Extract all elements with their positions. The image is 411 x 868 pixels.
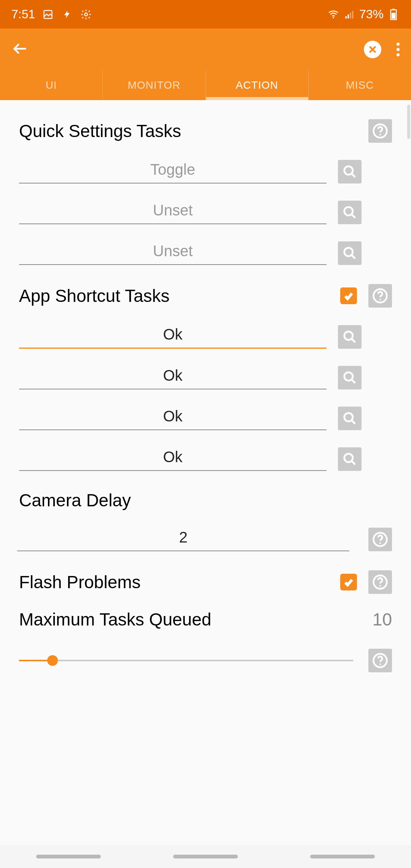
tab-monitor[interactable]: MONITOR <box>103 70 206 100</box>
status-bar: 7:51 73% <box>0 0 411 29</box>
status-battery-text: 73% <box>359 7 384 21</box>
search-button[interactable] <box>338 201 362 224</box>
svg-point-12 <box>344 166 353 175</box>
svg-point-22 <box>379 542 381 544</box>
svg-point-16 <box>379 299 381 300</box>
close-button[interactable] <box>364 41 381 58</box>
svg-point-1 <box>85 13 88 16</box>
flash-problems-checkbox[interactable] <box>340 574 357 590</box>
help-button[interactable] <box>368 570 392 594</box>
app-bar <box>0 29 411 70</box>
search-button[interactable] <box>338 160 362 183</box>
camera-delay-title: Camera Delay <box>19 490 392 511</box>
shortcut-field-2[interactable]: Ok <box>19 362 327 389</box>
bolt-icon <box>61 8 73 21</box>
max-tasks-value: 10 <box>373 609 392 630</box>
help-button[interactable] <box>368 528 392 551</box>
svg-rect-6 <box>352 11 354 18</box>
search-button[interactable] <box>338 447 362 471</box>
quick-unset-field-1[interactable]: Unset <box>19 197 327 224</box>
svg-rect-5 <box>350 13 351 18</box>
search-button[interactable] <box>338 325 362 349</box>
back-button[interactable] <box>11 40 28 59</box>
wifi-icon <box>327 8 339 21</box>
signal-icon <box>343 8 355 21</box>
search-button[interactable] <box>338 241 362 265</box>
app-shortcut-checkbox[interactable] <box>340 287 357 304</box>
nav-back[interactable] <box>310 855 375 858</box>
svg-point-19 <box>344 413 353 421</box>
quick-toggle-field[interactable]: Toggle <box>19 156 327 183</box>
svg-point-14 <box>344 248 353 256</box>
svg-point-20 <box>344 454 353 462</box>
nav-home[interactable] <box>173 855 238 858</box>
quick-settings-title: Quick Settings Tasks <box>19 121 361 141</box>
svg-rect-4 <box>347 14 349 19</box>
image-icon <box>42 8 54 21</box>
search-button[interactable] <box>338 407 362 430</box>
svg-point-11 <box>379 134 381 136</box>
shortcut-field-4[interactable]: Ok <box>19 444 327 471</box>
svg-point-18 <box>344 372 353 381</box>
content: Quick Settings Tasks Toggle Unset Unset … <box>0 100 411 672</box>
svg-rect-9 <box>392 13 396 19</box>
tab-label: UI <box>46 79 57 91</box>
quick-unset-field-2[interactable]: Unset <box>19 238 327 265</box>
help-button[interactable] <box>368 284 392 308</box>
tab-bar: UI MONITOR ACTION MISC <box>0 70 411 100</box>
svg-point-2 <box>333 17 334 18</box>
max-tasks-title: Maximum Tasks Queued <box>19 609 373 630</box>
search-button[interactable] <box>338 366 362 389</box>
help-button[interactable] <box>368 119 392 143</box>
svg-point-24 <box>379 585 381 587</box>
gear-icon <box>80 8 92 21</box>
status-time: 7:51 <box>11 7 35 21</box>
svg-point-17 <box>344 332 353 340</box>
svg-rect-3 <box>345 16 347 18</box>
tab-misc[interactable]: MISC <box>309 70 411 100</box>
help-button[interactable] <box>368 649 392 672</box>
tab-action[interactable]: ACTION <box>206 70 309 100</box>
tab-label: ACTION <box>236 79 278 91</box>
app-shortcut-title: App Shortcut Tasks <box>19 286 340 306</box>
shortcut-field-1[interactable]: Ok <box>19 321 327 349</box>
svg-point-13 <box>344 207 353 215</box>
tab-label: MISC <box>346 79 374 91</box>
shortcut-field-3[interactable]: Ok <box>19 403 327 430</box>
overflow-menu-button[interactable] <box>397 43 400 56</box>
battery-icon <box>387 8 400 21</box>
nav-bar <box>0 845 411 868</box>
svg-point-26 <box>379 664 381 665</box>
nav-recents[interactable] <box>36 855 101 858</box>
tab-label: MONITOR <box>128 79 181 91</box>
camera-delay-field[interactable]: 2 <box>17 524 349 551</box>
flash-problems-title: Flash Problems <box>19 572 340 592</box>
max-tasks-slider[interactable] <box>19 655 353 666</box>
scroll-indicator <box>407 105 410 139</box>
tab-ui[interactable]: UI <box>0 70 103 100</box>
